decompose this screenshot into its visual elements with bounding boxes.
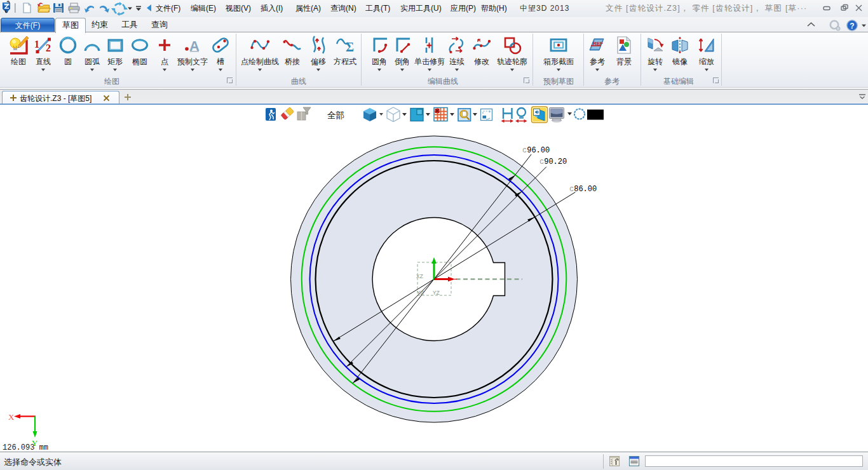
svg-text:YZ: YZ bbox=[433, 290, 440, 297]
svg-text:1: 1 bbox=[34, 39, 39, 50]
svg-text:2: 2 bbox=[46, 43, 51, 53]
svg-text:c86.00: c86.00 bbox=[569, 185, 597, 194]
svg-text:?: ? bbox=[850, 22, 854, 30]
svg-text:YZ: YZ bbox=[417, 290, 424, 297]
svg-text:XZ: XZ bbox=[416, 274, 423, 280]
svg-text:Σ: Σ bbox=[346, 40, 354, 54]
svg-text:c90.20: c90.20 bbox=[539, 158, 567, 166]
svg-text:c96.00: c96.00 bbox=[522, 146, 550, 155]
svg-text:X: X bbox=[8, 412, 15, 422]
svg-text:126.093 mm: 126.093 mm bbox=[3, 443, 48, 452]
